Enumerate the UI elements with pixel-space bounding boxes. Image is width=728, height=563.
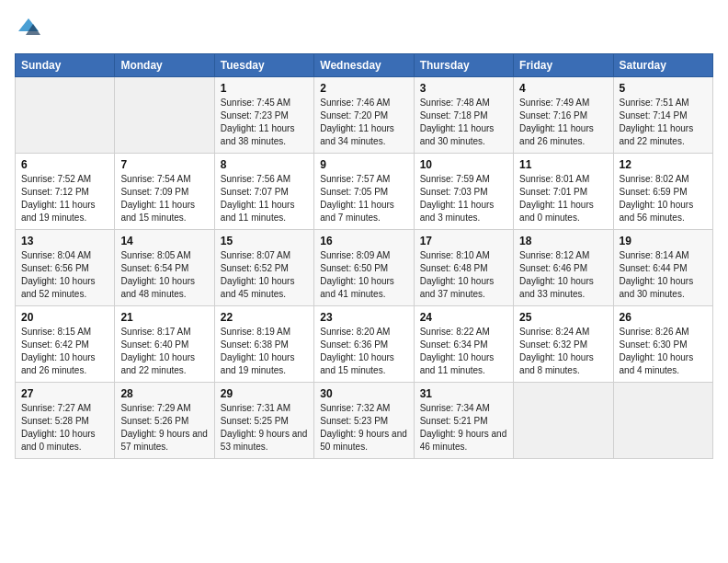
day-number: 20	[21, 311, 108, 324]
day-number: 2	[320, 82, 407, 95]
day-number: 31	[420, 387, 507, 400]
day-cell: 1Sunrise: 7:45 AM Sunset: 7:23 PM Daylig…	[214, 77, 313, 154]
day-cell: 28Sunrise: 7:29 AM Sunset: 5:26 PM Dayli…	[115, 383, 214, 459]
week-row-3: 13Sunrise: 8:04 AM Sunset: 6:56 PM Dayli…	[16, 230, 713, 306]
day-cell: 22Sunrise: 8:19 AM Sunset: 6:38 PM Dayli…	[214, 306, 313, 383]
day-info: Sunrise: 8:15 AM Sunset: 6:42 PM Dayligh…	[21, 326, 108, 377]
day-number: 17	[420, 235, 507, 247]
day-cell: 16Sunrise: 8:09 AM Sunset: 6:50 PM Dayli…	[314, 230, 414, 306]
day-info: Sunrise: 8:07 AM Sunset: 6:52 PM Dayligh…	[221, 249, 308, 301]
day-info: Sunrise: 7:57 AM Sunset: 7:05 PM Dayligh…	[320, 173, 407, 224]
header-tuesday: Tuesday	[214, 54, 313, 77]
day-cell	[514, 383, 613, 459]
day-cell: 25Sunrise: 8:24 AM Sunset: 6:32 PM Dayli…	[514, 306, 613, 383]
calendar-table: SundayMondayTuesdayWednesdayThursdayFrid…	[15, 53, 713, 459]
calendar-header-row: SundayMondayTuesdayWednesdayThursdayFrid…	[16, 54, 713, 77]
day-info: Sunrise: 7:54 AM Sunset: 7:09 PM Dayligh…	[120, 173, 208, 224]
day-info: Sunrise: 7:49 AM Sunset: 7:16 PM Dayligh…	[519, 97, 607, 148]
day-cell: 30Sunrise: 7:32 AM Sunset: 5:23 PM Dayli…	[314, 383, 414, 459]
day-info: Sunrise: 7:59 AM Sunset: 7:03 PM Dayligh…	[420, 173, 507, 224]
day-info: Sunrise: 7:32 AM Sunset: 5:23 PM Dayligh…	[320, 402, 407, 454]
day-number: 18	[519, 235, 607, 247]
day-cell: 24Sunrise: 8:22 AM Sunset: 6:34 PM Dayli…	[414, 306, 513, 383]
day-number: 25	[519, 311, 607, 324]
day-number: 22	[221, 311, 308, 324]
day-number: 11	[519, 158, 607, 171]
day-info: Sunrise: 8:12 AM Sunset: 6:46 PM Dayligh…	[519, 249, 607, 301]
day-cell: 26Sunrise: 8:26 AM Sunset: 6:30 PM Dayli…	[613, 306, 712, 383]
day-number: 4	[519, 82, 607, 95]
day-number: 14	[120, 235, 208, 247]
week-row-4: 20Sunrise: 8:15 AM Sunset: 6:42 PM Dayli…	[16, 306, 713, 383]
page-header	[15, 15, 713, 42]
day-info: Sunrise: 8:17 AM Sunset: 6:40 PM Dayligh…	[120, 326, 208, 377]
day-cell: 20Sunrise: 8:15 AM Sunset: 6:42 PM Dayli…	[16, 306, 115, 383]
day-number: 24	[420, 311, 507, 324]
logo	[15, 15, 46, 42]
day-number: 10	[420, 158, 507, 171]
header-monday: Monday	[115, 54, 214, 77]
day-cell	[16, 77, 115, 154]
day-cell: 8Sunrise: 7:56 AM Sunset: 7:07 PM Daylig…	[214, 154, 313, 230]
day-info: Sunrise: 8:02 AM Sunset: 6:59 PM Dayligh…	[620, 173, 707, 224]
day-info: Sunrise: 7:31 AM Sunset: 5:25 PM Dayligh…	[221, 402, 308, 454]
day-number: 12	[620, 158, 707, 171]
day-info: Sunrise: 8:22 AM Sunset: 6:34 PM Dayligh…	[420, 326, 507, 377]
day-info: Sunrise: 7:27 AM Sunset: 5:28 PM Dayligh…	[21, 402, 108, 454]
day-info: Sunrise: 8:14 AM Sunset: 6:44 PM Dayligh…	[620, 249, 707, 301]
day-cell: 12Sunrise: 8:02 AM Sunset: 6:59 PM Dayli…	[613, 154, 712, 230]
week-row-5: 27Sunrise: 7:27 AM Sunset: 5:28 PM Dayli…	[16, 383, 713, 459]
day-info: Sunrise: 8:19 AM Sunset: 6:38 PM Dayligh…	[221, 326, 308, 377]
header-sunday: Sunday	[16, 54, 115, 77]
day-number: 9	[320, 158, 407, 171]
day-info: Sunrise: 8:09 AM Sunset: 6:50 PM Dayligh…	[320, 249, 407, 301]
day-cell: 14Sunrise: 8:05 AM Sunset: 6:54 PM Dayli…	[115, 230, 214, 306]
day-number: 19	[620, 235, 707, 247]
day-info: Sunrise: 8:01 AM Sunset: 7:01 PM Dayligh…	[519, 173, 607, 224]
day-cell: 27Sunrise: 7:27 AM Sunset: 5:28 PM Dayli…	[16, 383, 115, 459]
day-cell: 15Sunrise: 8:07 AM Sunset: 6:52 PM Dayli…	[214, 230, 313, 306]
day-number: 1	[221, 82, 308, 95]
day-cell: 21Sunrise: 8:17 AM Sunset: 6:40 PM Dayli…	[115, 306, 214, 383]
header-friday: Friday	[514, 54, 613, 77]
day-info: Sunrise: 8:20 AM Sunset: 6:36 PM Dayligh…	[320, 326, 407, 377]
day-info: Sunrise: 7:51 AM Sunset: 7:14 PM Dayligh…	[620, 97, 707, 148]
day-info: Sunrise: 7:48 AM Sunset: 7:18 PM Dayligh…	[420, 97, 507, 148]
logo-icon	[15, 15, 42, 42]
day-cell: 6Sunrise: 7:52 AM Sunset: 7:12 PM Daylig…	[16, 154, 115, 230]
day-info: Sunrise: 8:26 AM Sunset: 6:30 PM Dayligh…	[620, 326, 707, 377]
day-number: 15	[221, 235, 308, 247]
day-info: Sunrise: 7:45 AM Sunset: 7:23 PM Dayligh…	[221, 97, 308, 148]
day-number: 3	[420, 82, 507, 95]
day-number: 5	[620, 82, 707, 95]
day-number: 29	[221, 387, 308, 400]
day-cell: 2Sunrise: 7:46 AM Sunset: 7:20 PM Daylig…	[314, 77, 414, 154]
day-cell: 29Sunrise: 7:31 AM Sunset: 5:25 PM Dayli…	[214, 383, 313, 459]
day-info: Sunrise: 7:34 AM Sunset: 5:21 PM Dayligh…	[420, 402, 507, 454]
day-info: Sunrise: 8:04 AM Sunset: 6:56 PM Dayligh…	[21, 249, 108, 301]
day-info: Sunrise: 7:29 AM Sunset: 5:26 PM Dayligh…	[120, 402, 208, 454]
day-cell: 31Sunrise: 7:34 AM Sunset: 5:21 PM Dayli…	[414, 383, 513, 459]
day-number: 7	[120, 158, 208, 171]
day-cell: 10Sunrise: 7:59 AM Sunset: 7:03 PM Dayli…	[414, 154, 513, 230]
week-row-2: 6Sunrise: 7:52 AM Sunset: 7:12 PM Daylig…	[16, 154, 713, 230]
day-cell	[115, 77, 214, 154]
day-number: 21	[120, 311, 208, 324]
day-info: Sunrise: 7:52 AM Sunset: 7:12 PM Dayligh…	[21, 173, 108, 224]
day-info: Sunrise: 7:46 AM Sunset: 7:20 PM Dayligh…	[320, 97, 407, 148]
day-cell: 3Sunrise: 7:48 AM Sunset: 7:18 PM Daylig…	[414, 77, 513, 154]
day-cell: 13Sunrise: 8:04 AM Sunset: 6:56 PM Dayli…	[16, 230, 115, 306]
day-number: 26	[620, 311, 707, 324]
day-cell: 23Sunrise: 8:20 AM Sunset: 6:36 PM Dayli…	[314, 306, 414, 383]
day-info: Sunrise: 8:24 AM Sunset: 6:32 PM Dayligh…	[519, 326, 607, 377]
day-number: 8	[221, 158, 308, 171]
day-info: Sunrise: 8:10 AM Sunset: 6:48 PM Dayligh…	[420, 249, 507, 301]
day-number: 16	[320, 235, 407, 247]
day-cell: 19Sunrise: 8:14 AM Sunset: 6:44 PM Dayli…	[613, 230, 712, 306]
day-number: 27	[21, 387, 108, 400]
day-info: Sunrise: 8:05 AM Sunset: 6:54 PM Dayligh…	[120, 249, 208, 301]
day-cell: 7Sunrise: 7:54 AM Sunset: 7:09 PM Daylig…	[115, 154, 214, 230]
day-number: 13	[21, 235, 108, 247]
header-wednesday: Wednesday	[314, 54, 414, 77]
day-cell: 9Sunrise: 7:57 AM Sunset: 7:05 PM Daylig…	[314, 154, 414, 230]
